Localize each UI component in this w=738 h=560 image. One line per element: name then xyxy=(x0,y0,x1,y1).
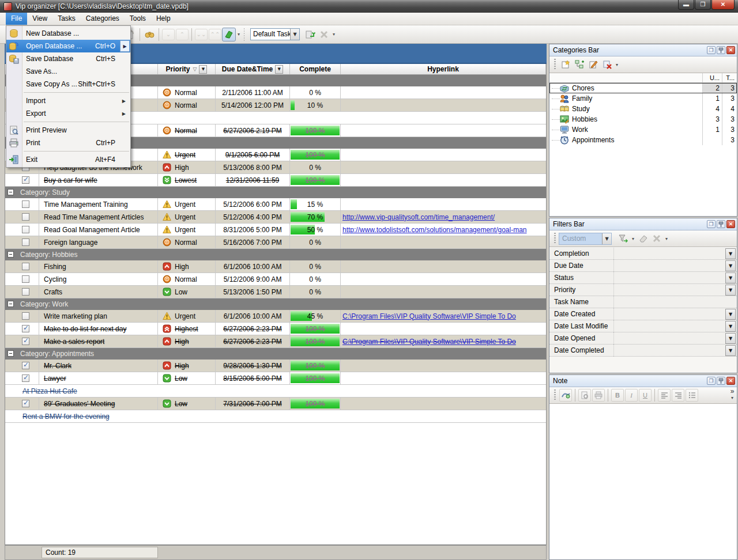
filter-dropdown[interactable]: ▼ xyxy=(725,309,736,320)
file-menu-item-import[interactable]: Import▶ xyxy=(6,94,130,107)
category-collapse-box[interactable] xyxy=(7,301,14,307)
task-row[interactable]: Make to do list for next dayHighest6/27/… xyxy=(5,323,546,335)
category-item-chores[interactable]: Chores23 xyxy=(549,83,737,93)
note-print-icon[interactable] xyxy=(592,389,605,402)
clear-filter-icon[interactable] xyxy=(636,232,650,245)
close-button[interactable]: ✕ xyxy=(711,0,735,10)
note-bullet-list-icon[interactable] xyxy=(686,389,698,402)
move-down-button[interactable]: ⌄ xyxy=(162,29,175,40)
priority-filter-dropdown[interactable]: ▼ xyxy=(199,65,207,74)
filter-dropdown[interactable]: ▼ xyxy=(725,273,736,283)
task-row[interactable]: Make a sales reportHigh6/27/2006 2:23 PM… xyxy=(5,335,546,348)
task-row[interactable]: Buy a car for wifeLowest12/31/2006 11:59… xyxy=(5,174,546,187)
task-row[interactable]: 89' Graduates' MeetingLow7/31/2006 7:00 … xyxy=(5,398,546,410)
task-checkbox[interactable] xyxy=(22,213,29,221)
filter-dropdown[interactable]: ▼ xyxy=(725,333,736,344)
task-checkbox[interactable] xyxy=(22,226,29,233)
file-menu-item-save-as[interactable]: Save As... xyxy=(6,65,130,78)
filter-preset-combo[interactable]: Custom ▼ xyxy=(559,233,612,245)
menu-file[interactable]: File xyxy=(6,13,27,25)
task-checkbox[interactable] xyxy=(22,200,29,208)
note-pin-icon[interactable] xyxy=(717,377,725,385)
categories-close-icon[interactable]: ✕ xyxy=(726,46,735,54)
note-align-right-icon[interactable] xyxy=(672,389,684,402)
find-icon[interactable] xyxy=(142,28,156,41)
task-row[interactable]: Time Management TrainingUrgent5/12/2006 … xyxy=(5,198,546,211)
file-menu-item-print[interactable]: PrintCtrl+P xyxy=(6,137,130,149)
header-hyperlink[interactable]: Hyperlink xyxy=(341,64,546,74)
task-row[interactable]: FishingHigh6/1/2006 10:00 AM0 % xyxy=(5,260,546,273)
due-filter-dropdown[interactable]: ▼ xyxy=(275,65,283,74)
menu-view[interactable]: View xyxy=(27,13,52,25)
delete-category-icon[interactable] xyxy=(600,58,614,71)
category-band[interactable]: Category: Study xyxy=(5,187,546,198)
task-checkbox[interactable] xyxy=(22,374,29,382)
file-menu-item-save-copy-as[interactable]: Save Copy As ...Shift+Ctrl+S xyxy=(6,78,130,90)
note-bold-button[interactable]: B xyxy=(611,389,624,402)
new-category-icon[interactable] xyxy=(559,58,573,71)
category-band[interactable]: Category: Hobbies xyxy=(5,249,546,260)
remove-filter-icon[interactable] xyxy=(650,232,664,245)
task-row[interactable]: CraftsLow5/13/2006 1:50 PM0 % xyxy=(5,286,546,298)
task-checkbox[interactable] xyxy=(22,325,29,332)
category-item-study[interactable]: Study44 xyxy=(549,104,737,114)
filter-dropdown[interactable]: ▼ xyxy=(725,285,736,296)
categories-restore-icon[interactable]: ❐ xyxy=(707,46,716,54)
task-checkbox[interactable] xyxy=(22,362,29,369)
hyperlink[interactable]: C:\Program Files\VIP Quality Software\VI… xyxy=(342,338,516,346)
category-item-family[interactable]: Family13 xyxy=(549,93,737,104)
task-row[interactable]: Read Time Management ArticlesUrgent5/12/… xyxy=(5,211,546,224)
filter-dropdown[interactable]: ▼ xyxy=(725,248,736,259)
notes-toggle-icon[interactable] xyxy=(222,28,236,41)
note-italic-button[interactable]: I xyxy=(625,389,638,402)
new-subcategory-icon[interactable] xyxy=(573,58,586,71)
hyperlink[interactable]: C:\Program Files\VIP Quality Software\VI… xyxy=(342,312,516,320)
file-menu-item-export[interactable]: Export▶ xyxy=(6,107,130,120)
category-item-appointments[interactable]: Appointments3 xyxy=(549,135,737,145)
task-note-row[interactable]: At Pizza Hut Cafe xyxy=(5,385,546,398)
task-checkbox[interactable] xyxy=(22,275,29,283)
menu-tasks[interactable]: Tasks xyxy=(52,13,81,25)
header-priority[interactable]: Priority ▽ ▼ xyxy=(158,64,216,74)
filter-dropdown[interactable]: ▼ xyxy=(725,260,736,271)
note-underline-button[interactable]: U xyxy=(639,389,652,402)
task-row[interactable]: Mr. ClarkHigh9/28/2006 1:30 PM100 % xyxy=(5,360,546,372)
col-uncompleted[interactable]: U... xyxy=(702,73,722,82)
category-band[interactable]: Category: Appointments xyxy=(5,348,546,360)
filter-preset-dropdown[interactable]: ▼ xyxy=(602,233,611,244)
apply-filter-caret[interactable]: ▾ xyxy=(632,236,634,241)
filter-dropdown[interactable]: ▼ xyxy=(725,345,736,356)
file-menu-item-open-database[interactable]: Open Database ...Ctrl+O▶ xyxy=(6,40,130,52)
task-template-combo[interactable]: Default Task ▼ xyxy=(250,28,300,40)
submenu-arrow-icon[interactable]: ▶ xyxy=(120,40,130,52)
col-total[interactable]: T... xyxy=(722,73,737,82)
note-close-icon[interactable]: ✕ xyxy=(726,377,735,385)
apply-filter-icon[interactable] xyxy=(616,232,630,245)
category-item-hobbies[interactable]: Hobbies33 xyxy=(549,114,737,124)
category-collapse-box[interactable] xyxy=(7,350,14,357)
delete-template-icon[interactable] xyxy=(317,28,331,41)
category-collapse-box[interactable] xyxy=(7,189,14,195)
categories-pin-icon[interactable] xyxy=(717,46,725,54)
task-row[interactable]: LawyerLow8/15/2006 5:00 PM100 % xyxy=(5,372,546,385)
header-complete[interactable]: Complete xyxy=(290,64,341,74)
task-row[interactable]: CyclingNormal5/12/2006 9:00 AM0 % xyxy=(5,273,546,286)
move-up-button[interactable]: ⌃ xyxy=(176,29,189,40)
task-checkbox[interactable] xyxy=(22,338,29,345)
task-note-row[interactable]: Rent a BMW for the evening xyxy=(5,410,546,423)
edit-category-icon[interactable] xyxy=(586,58,600,71)
menu-help[interactable]: Help xyxy=(151,13,176,25)
category-item-work[interactable]: Work13 xyxy=(549,124,737,135)
category-collapse-box[interactable] xyxy=(7,251,14,258)
move-top-button[interactable]: ⌃⌃ xyxy=(209,29,221,40)
hyperlink[interactable]: http://www.vip-qualitysoft.com/time_mana… xyxy=(342,213,495,221)
note-toolbar-overflow[interactable]: » xyxy=(729,388,735,395)
task-checkbox[interactable] xyxy=(22,400,29,407)
task-checkbox[interactable] xyxy=(22,176,29,184)
restore-button[interactable]: ❐ xyxy=(695,0,711,10)
task-row[interactable]: Write marketing planUrgent6/1/2006 10:00… xyxy=(5,310,546,323)
categories-toolbar-caret[interactable]: ▾ xyxy=(616,62,618,67)
notes-toggle-caret[interactable]: ▾ xyxy=(238,32,240,37)
task-row[interactable]: Read Goal Management ArticleUrgent8/31/2… xyxy=(5,224,546,236)
filter-dropdown[interactable]: ▼ xyxy=(725,321,736,332)
